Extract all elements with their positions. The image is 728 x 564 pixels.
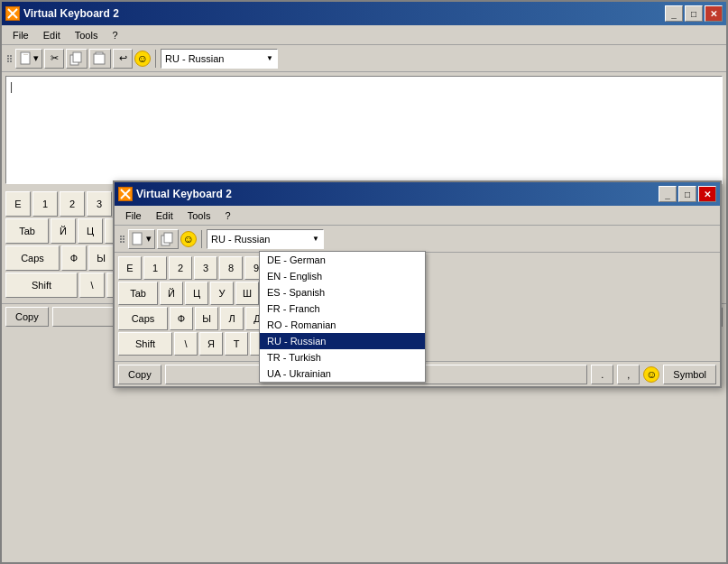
outer-text-area[interactable]: | xyxy=(5,76,723,184)
outer-minimize-button[interactable]: _ xyxy=(665,5,683,22)
inner-language-label: RU - Russian xyxy=(211,234,270,245)
svg-rect-3 xyxy=(21,52,30,64)
outer-title-buttons: _ □ ✕ xyxy=(665,5,723,22)
svg-rect-12 xyxy=(133,233,142,245)
inner-key-el[interactable]: Л xyxy=(220,307,244,330)
inner-maximize-button[interactable]: □ xyxy=(678,186,696,202)
outer-language-label: RU - Russian xyxy=(165,53,224,64)
inner-key-ya[interactable]: Я xyxy=(199,332,223,356)
outer-close-button[interactable]: ✕ xyxy=(705,5,723,22)
lang-de[interactable]: DE - German xyxy=(260,252,425,268)
inner-key-u[interactable]: У xyxy=(210,282,234,305)
inner-menu-file[interactable]: File xyxy=(118,208,149,223)
inner-close-button[interactable]: ✕ xyxy=(698,186,716,202)
lang-en[interactable]: EN - English xyxy=(260,268,425,284)
outer-copy-button[interactable]: Copy xyxy=(5,307,49,327)
outer-dropdown-arrow: ▼ xyxy=(266,54,273,62)
outer-window-title: Virtual Keyboard 2 xyxy=(23,7,665,20)
outer-menu-help[interactable]: ? xyxy=(105,28,124,42)
inner-minimize-button[interactable]: _ xyxy=(659,186,677,202)
outer-title-bar: Virtual Keyboard 2 _ □ ✕ xyxy=(2,2,726,25)
inner-menu-help[interactable]: ? xyxy=(217,208,237,223)
inner-comma-button[interactable]: , xyxy=(617,365,640,384)
inner-key-sha[interactable]: Ш xyxy=(235,282,259,305)
outer-maximize-button[interactable]: □ xyxy=(685,5,703,22)
inner-key-te[interactable]: Т xyxy=(225,332,248,356)
lang-ua[interactable]: UA - Ukrainian xyxy=(260,365,425,382)
outer-key-eff[interactable]: Ф xyxy=(61,245,87,271)
inner-key-2[interactable]: 2 xyxy=(169,256,192,280)
lang-es[interactable]: ES - Spanish xyxy=(260,284,425,300)
inner-key-1[interactable]: 1 xyxy=(143,256,167,280)
inner-title-buttons: _ □ ✕ xyxy=(659,186,716,202)
outer-key-1[interactable]: 1 xyxy=(32,191,58,217)
lang-ru[interactable]: RU - Russian xyxy=(260,333,425,349)
inner-key-short-r[interactable]: Й xyxy=(160,282,183,305)
outer-menu-bar: File Edit Tools ? xyxy=(2,25,726,45)
inner-key-shift-left[interactable]: Shift xyxy=(118,332,172,356)
outer-key-yi[interactable]: Ы xyxy=(88,245,114,271)
outer-key-bs[interactable]: \ xyxy=(79,273,105,298)
inner-language-dropdown[interactable]: RU - Russian ▼ xyxy=(207,229,324,249)
inner-app-icon xyxy=(118,187,133,201)
outer-menu-tools[interactable]: Tools xyxy=(68,28,106,42)
outer-app-icon xyxy=(5,6,20,21)
outer-key-caps[interactable]: Caps xyxy=(5,245,60,271)
outer-key-2[interactable]: 2 xyxy=(60,191,85,217)
inner-window-title: Virtual Keyboard 2 xyxy=(136,188,659,200)
outer-toolbar-sep xyxy=(155,50,156,68)
inner-menu-edit[interactable]: Edit xyxy=(149,208,180,223)
inner-window: Virtual Keyboard 2 _ □ ✕ File Edit Tools… xyxy=(113,180,722,388)
inner-bottom-smiley[interactable]: ☺ xyxy=(643,366,659,383)
outer-toolbar-copy[interactable] xyxy=(66,49,88,69)
outer-toolbar-grip xyxy=(5,55,14,62)
svg-rect-8 xyxy=(94,54,105,64)
outer-toolbar: ▾ ✂ ↩ ☺ RU - Russian ▼ xyxy=(2,45,726,72)
inner-menu-bar: File Edit Tools ? xyxy=(115,206,720,226)
inner-key-tse[interactable]: Ц xyxy=(185,282,208,305)
inner-key-8[interactable]: 8 xyxy=(219,256,243,280)
outer-toolbar-paste[interactable] xyxy=(89,49,111,69)
outer-smiley-icon[interactable]: ☺ xyxy=(134,51,151,67)
inner-key-tab[interactable]: Tab xyxy=(118,282,158,305)
inner-key-3[interactable]: 3 xyxy=(194,256,217,280)
inner-key-bs2[interactable]: \ xyxy=(174,332,198,356)
inner-toolbar-grip xyxy=(118,236,126,243)
lang-ro[interactable]: RO - Romanian xyxy=(260,317,425,333)
outer-menu-file[interactable]: File xyxy=(5,28,36,42)
inner-dropdown-arrow: ▼ xyxy=(312,235,319,243)
inner-toolbar: ▾ ☺ RU - Russian ▼ DE - German EN - Engl… xyxy=(115,226,720,253)
inner-period-button[interactable]: . xyxy=(591,365,613,384)
svg-rect-4 xyxy=(23,54,28,55)
inner-smiley-icon[interactable]: ☺ xyxy=(180,231,197,247)
outer-toolbar-new[interactable]: ▾ xyxy=(15,49,42,69)
outer-key-tse[interactable]: Ц xyxy=(78,218,103,244)
outer-language-dropdown[interactable]: RU - Russian ▼ xyxy=(161,49,278,69)
outer-key-tab[interactable]: Tab xyxy=(5,218,49,244)
outer-key-3[interactable]: 3 xyxy=(87,191,112,217)
outer-toolbar-undo[interactable]: ↩ xyxy=(113,49,133,69)
lang-tr[interactable]: TR - Turkish xyxy=(260,349,425,365)
inner-symbol-button[interactable]: Symbol xyxy=(663,365,716,384)
inner-key-yi[interactable]: Ы xyxy=(195,307,218,330)
svg-rect-14 xyxy=(164,233,172,243)
outer-key-shift-left[interactable]: Shift xyxy=(5,273,78,298)
language-dropdown-menu: DE - German EN - English ES - Spanish FR… xyxy=(259,251,426,383)
inner-title-bar: Virtual Keyboard 2 _ □ ✕ xyxy=(115,182,720,206)
inner-key-ye[interactable]: Е xyxy=(118,256,142,280)
outer-menu-edit[interactable]: Edit xyxy=(36,28,68,42)
outer-key-ye[interactable]: Е xyxy=(5,191,31,217)
svg-rect-6 xyxy=(73,52,81,62)
inner-key-eff[interactable]: Ф xyxy=(170,307,193,330)
inner-menu-tools[interactable]: Tools xyxy=(180,208,218,223)
inner-toolbar-copy2[interactable] xyxy=(157,229,179,249)
outer-toolbar-cut[interactable]: ✂ xyxy=(44,49,64,69)
outer-key-short-r[interactable]: Й xyxy=(51,218,76,244)
inner-key-caps[interactable]: Caps xyxy=(118,307,168,330)
lang-fr[interactable]: FR - Franch xyxy=(260,300,425,317)
inner-copy-button[interactable]: Copy xyxy=(118,365,161,384)
inner-toolbar-new[interactable]: ▾ xyxy=(128,229,155,249)
inner-toolbar-sep xyxy=(201,230,202,248)
